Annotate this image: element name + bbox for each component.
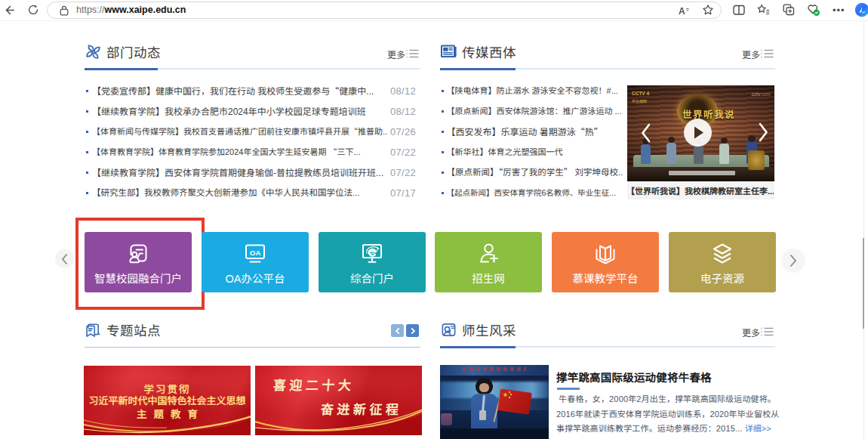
svg-text:OA: OA <box>250 249 260 257</box>
svg-text:A: A <box>679 6 685 17</box>
